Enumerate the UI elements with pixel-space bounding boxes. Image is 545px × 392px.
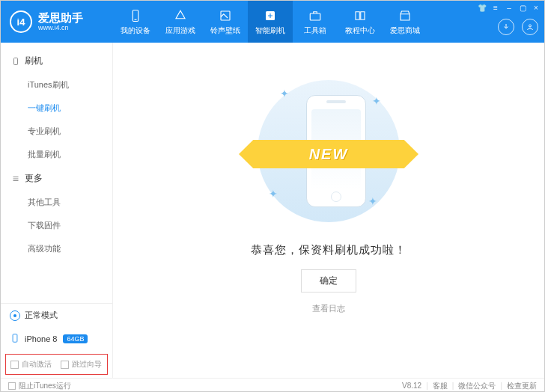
mode-label: 正常模式 (25, 310, 58, 321)
sidebar-group-flash[interactable]: 刷机 (1, 49, 112, 73)
app-body: 刷机 iTunes刷机 一键刷机 专业刷机 批量刷机 更多 其他工具 下载固件 … (1, 43, 544, 378)
wallpaper-icon (218, 8, 233, 23)
group-title: 刷机 (25, 55, 43, 67)
sparkle-icon: ✦ (280, 88, 289, 99)
nav-label: 应用游戏 (165, 25, 195, 36)
sidebar-item-itunes-flash[interactable]: iTunes刷机 (1, 73, 112, 97)
nav-apps[interactable]: 应用游戏 (158, 1, 203, 43)
wechat-link[interactable]: 微信公众号 (458, 381, 496, 391)
sidebar-item-advanced[interactable]: 高级功能 (1, 237, 112, 260)
divider: | (500, 382, 502, 390)
nav-label: 爱思商城 (390, 25, 420, 36)
nav-label: 智能刷机 (255, 25, 285, 36)
sidebar-item-download-firmware[interactable]: 下载固件 (1, 214, 112, 237)
nav-store[interactable]: 爱思商城 (383, 1, 427, 43)
checkbox-icon (10, 361, 19, 369)
nav-tutorials[interactable]: 教程中心 (338, 1, 383, 43)
mode-icon (10, 310, 20, 321)
settings-button[interactable]: ≡ (490, 2, 501, 13)
sidebar: 刷机 iTunes刷机 一键刷机 专业刷机 批量刷机 更多 其他工具 下载固件 … (1, 43, 113, 378)
flash-options-row: 自动激活 跳过向导 (5, 354, 108, 375)
menu-icon (11, 174, 20, 183)
flash-icon (263, 8, 278, 23)
checkbox-label: 阻止iTunes运行 (19, 381, 71, 391)
nav-flash[interactable]: 智能刷机 (248, 1, 293, 43)
sparkle-icon: ✦ (269, 188, 278, 200)
phone-icon (10, 333, 20, 345)
svg-point-5 (529, 25, 532, 27)
svg-rect-4 (310, 13, 320, 20)
nav-toolbox[interactable]: 工具箱 (293, 1, 338, 43)
skip-wizard-checkbox[interactable]: 跳过向导 (61, 359, 102, 370)
apps-icon (173, 8, 188, 23)
checkbox-icon (8, 382, 16, 390)
close-button[interactable]: × (531, 2, 541, 13)
sidebar-scroll: 刷机 iTunes刷机 一键刷机 专业刷机 批量刷机 更多 其他工具 下载固件 … (1, 43, 112, 303)
nav-my-device[interactable]: 我的设备 (113, 1, 158, 43)
svg-rect-10 (13, 334, 17, 343)
version-label: V8.12 (402, 382, 421, 390)
sidebar-item-oneclick-flash[interactable]: 一键刷机 (1, 97, 112, 120)
device-row[interactable]: iPhone 8 64GB (1, 327, 112, 351)
minimize-button[interactable]: – (504, 2, 514, 13)
main-content: NEW ✦ ✦ ✦ ✦ 恭喜您，保资料刷机成功啦！ 确定 查看日志 (113, 43, 544, 378)
auto-activate-checkbox[interactable]: 自动激活 (10, 359, 52, 370)
download-button[interactable] (498, 19, 514, 35)
check-update-link[interactable]: 检查更新 (507, 381, 537, 391)
sidebar-item-batch-flash[interactable]: 批量刷机 (1, 143, 112, 166)
sidebar-item-other-tools[interactable]: 其他工具 (1, 191, 112, 214)
app-header: i4 爱思助手 www.i4.cn 我的设备 应用游戏 铃声壁纸 智能刷机 工具… (1, 1, 544, 43)
view-logs-link[interactable]: 查看日志 (312, 303, 345, 314)
app-title: 爱思助手 (38, 12, 83, 23)
svg-rect-6 (14, 58, 18, 64)
maximize-button[interactable]: ▢ (517, 2, 528, 13)
app-logo: i4 爱思助手 www.i4.cn (1, 10, 113, 33)
device-icon (128, 8, 143, 23)
phone-icon (11, 57, 20, 66)
toolbox-icon (308, 8, 323, 23)
ok-button[interactable]: 确定 (301, 269, 356, 293)
sparkle-icon: ✦ (368, 195, 377, 207)
nav-label: 教程中心 (345, 25, 375, 36)
book-icon (353, 8, 368, 23)
app-url: www.i4.cn (38, 25, 83, 31)
checkbox-icon (61, 361, 69, 369)
support-link[interactable]: 客服 (433, 381, 448, 391)
status-bar: 阻止iTunes运行 V8.12 | 客服 | 微信公众号 | 检查更新 (1, 378, 544, 392)
window-controls: 👕 ≡ – ▢ × (477, 2, 541, 13)
storage-badge: 64GB (63, 334, 88, 343)
sidebar-item-pro-flash[interactable]: 专业刷机 (1, 120, 112, 143)
divider: | (426, 382, 428, 390)
nav-label: 工具箱 (304, 25, 326, 36)
header-right (498, 19, 538, 35)
logo-icon: i4 (10, 10, 32, 33)
checkbox-label: 跳过向导 (72, 359, 102, 370)
nav-ringtones[interactable]: 铃声壁纸 (203, 1, 248, 43)
store-icon (398, 8, 412, 23)
success-message: 恭喜您，保资料刷机成功啦！ (251, 243, 407, 257)
account-button[interactable] (522, 19, 538, 35)
nav-label: 铃声壁纸 (210, 25, 240, 36)
sidebar-bottom: 正常模式 iPhone 8 64GB 自动激活 跳过向导 (1, 303, 112, 378)
sidebar-group-more[interactable]: 更多 (1, 166, 112, 191)
device-name: iPhone 8 (25, 334, 57, 343)
skin-button[interactable]: 👕 (477, 2, 487, 13)
group-title: 更多 (25, 172, 43, 185)
divider: | (452, 382, 454, 390)
mode-row[interactable]: 正常模式 (1, 304, 112, 327)
top-nav: 我的设备 应用游戏 铃声壁纸 智能刷机 工具箱 教程中心 爱思商城 (113, 1, 427, 43)
sparkle-icon: ✦ (372, 95, 381, 107)
new-ribbon: NEW (239, 140, 418, 168)
block-itunes-checkbox[interactable]: 阻止iTunes运行 (8, 381, 71, 391)
checkbox-label: 自动激活 (22, 359, 52, 370)
nav-label: 我的设备 (121, 25, 150, 36)
success-illustration: NEW ✦ ✦ ✦ ✦ (246, 73, 411, 230)
